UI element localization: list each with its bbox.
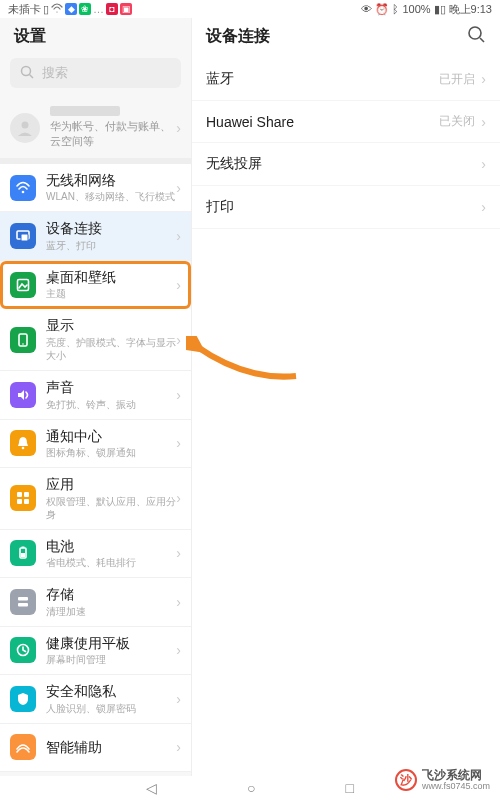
chevron-right-icon: › bbox=[176, 277, 181, 293]
chevron-right-icon: › bbox=[176, 435, 181, 451]
detail-item-2[interactable]: 无线投屏› bbox=[192, 143, 500, 186]
search-input[interactable]: 搜索 bbox=[10, 58, 181, 88]
sidebar-item-9[interactable]: 健康使用平板屏幕时间管理› bbox=[0, 627, 191, 676]
svg-point-3 bbox=[22, 190, 25, 193]
chevron-right-icon: › bbox=[481, 114, 486, 130]
sidebar-item-title: 安全和隐私 bbox=[46, 683, 176, 701]
sidebar-item-sub: 主题 bbox=[46, 287, 176, 300]
annotation-arrow bbox=[186, 336, 306, 390]
detail-item-label: 打印 bbox=[206, 198, 234, 216]
svg-rect-13 bbox=[24, 499, 29, 504]
sidebar-item-sub: WLAN、移动网络、飞行模式 bbox=[46, 190, 176, 203]
more-icon: … bbox=[93, 3, 104, 15]
sidebar-item-title: 桌面和壁纸 bbox=[46, 269, 176, 287]
search-icon[interactable] bbox=[466, 24, 486, 48]
chevron-right-icon: › bbox=[176, 691, 181, 707]
sidebar-item-title: 通知中心 bbox=[46, 428, 176, 446]
sidebar-item-3[interactable]: 显示亮度、护眼模式、字体与显示大小› bbox=[0, 309, 191, 371]
sidebar-item-5[interactable]: 通知中心图标角标、锁屏通知› bbox=[0, 420, 191, 469]
sidebar-item-sub: 省电模式、耗电排行 bbox=[46, 556, 176, 569]
svg-rect-5 bbox=[21, 234, 28, 241]
assist-icon bbox=[10, 734, 36, 760]
sidebar-item-sub: 图标角标、锁屏通知 bbox=[46, 446, 176, 459]
sidebar-item-title: 智能辅助 bbox=[46, 739, 176, 757]
sidebar-item-11[interactable]: 智能辅助› bbox=[0, 724, 191, 772]
wifi-icon bbox=[51, 3, 63, 15]
sidebar-item-8[interactable]: 存储清理加速› bbox=[0, 578, 191, 627]
display-icon bbox=[10, 327, 36, 353]
detail-item-0[interactable]: 蓝牙已开启› bbox=[192, 58, 500, 101]
svg-rect-15 bbox=[22, 547, 25, 549]
notify-icon bbox=[10, 430, 36, 456]
chevron-right-icon: › bbox=[176, 180, 181, 196]
nav-home-icon[interactable]: ○ bbox=[247, 780, 255, 796]
account-sub: 华为帐号、付款与账单、云空间等 bbox=[50, 119, 176, 150]
svg-point-9 bbox=[22, 447, 25, 450]
nav-back-icon[interactable]: ◁ bbox=[146, 780, 157, 796]
detail-title: 设备连接 bbox=[206, 26, 270, 47]
chevron-right-icon: › bbox=[176, 120, 181, 136]
chevron-right-icon: › bbox=[176, 228, 181, 244]
chevron-right-icon: › bbox=[481, 199, 486, 215]
detail-item-value: 已开启 bbox=[439, 71, 475, 88]
chevron-right-icon: › bbox=[176, 490, 181, 506]
sidebar-title: 设置 bbox=[0, 18, 191, 54]
sidebar-item-0[interactable]: 无线和网络WLAN、移动网络、飞行模式› bbox=[0, 164, 191, 213]
app-icon-1: ◘ bbox=[106, 3, 118, 15]
sidebar-item-title: 声音 bbox=[46, 379, 176, 397]
detail-item-label: 蓝牙 bbox=[206, 70, 234, 88]
health-icon bbox=[10, 637, 36, 663]
sidebar-item-sub: 人脸识别、锁屏密码 bbox=[46, 702, 176, 715]
apps-icon bbox=[10, 485, 36, 511]
sidebar-item-title: 存储 bbox=[46, 586, 176, 604]
sidebar-item-2[interactable]: 桌面和壁纸主题› bbox=[0, 261, 191, 310]
detail-item-label: 无线投屏 bbox=[206, 155, 262, 173]
wifi-icon bbox=[10, 175, 36, 201]
account-row[interactable]: 华为帐号、付款与账单、云空间等 › bbox=[0, 98, 191, 164]
sidebar-item-sub: 蓝牙、打印 bbox=[46, 239, 176, 252]
wechat-icon: ❀ bbox=[79, 3, 91, 15]
sidebar-item-1[interactable]: 设备连接蓝牙、打印› bbox=[0, 212, 191, 261]
chevron-right-icon: › bbox=[176, 545, 181, 561]
sidebar-item-10[interactable]: 安全和隐私人脸识别、锁屏密码› bbox=[0, 675, 191, 724]
chevron-right-icon: › bbox=[481, 156, 486, 172]
sidebar-item-title: 设备连接 bbox=[46, 220, 176, 238]
detail-pane: 设备连接 蓝牙已开启›Huawei Share已关闭›无线投屏›打印› bbox=[192, 18, 500, 776]
sidebar-item-title: 显示 bbox=[46, 317, 176, 335]
watermark-url: www.fs0745.com bbox=[422, 782, 490, 792]
app-badge-icon: ◆ bbox=[65, 3, 77, 15]
bluetooth-icon: ᛒ bbox=[392, 3, 399, 15]
account-name-redacted bbox=[50, 106, 120, 116]
wallpaper-icon bbox=[10, 272, 36, 298]
search-placeholder: 搜索 bbox=[42, 64, 68, 82]
sidebar-item-title: 无线和网络 bbox=[46, 172, 176, 190]
watermark: 沙 飞沙系统网 www.fs0745.com bbox=[391, 767, 494, 794]
detail-item-3[interactable]: 打印› bbox=[192, 186, 500, 229]
sidebar-item-6[interactable]: 应用权限管理、默认应用、应用分身› bbox=[0, 468, 191, 530]
chevron-right-icon: › bbox=[481, 71, 486, 87]
sidebar-menu: 无线和网络WLAN、移动网络、飞行模式›设备连接蓝牙、打印›桌面和壁纸主题›显示… bbox=[0, 164, 191, 776]
sidebar-item-sub: 权限管理、默认应用、应用分身 bbox=[46, 495, 176, 521]
battery-percent: 100% bbox=[402, 3, 430, 15]
sidebar-item-7[interactable]: 电池省电模式、耗电排行› bbox=[0, 530, 191, 579]
svg-point-8 bbox=[22, 343, 24, 345]
battery-icon bbox=[10, 540, 36, 566]
battery-icon: ▮▯ bbox=[434, 3, 446, 16]
sim-icon: ▯ bbox=[43, 3, 49, 16]
svg-point-0 bbox=[22, 66, 31, 75]
security-icon bbox=[10, 686, 36, 712]
svg-rect-11 bbox=[24, 492, 29, 497]
chevron-right-icon: › bbox=[176, 642, 181, 658]
svg-rect-17 bbox=[18, 597, 28, 601]
nav-recent-icon[interactable]: □ bbox=[346, 780, 354, 796]
status-left: 未插卡 ▯ ◆ ❀ … ◘ ▣ bbox=[8, 2, 132, 17]
detail-item-1[interactable]: Huawei Share已关闭› bbox=[192, 101, 500, 143]
sidebar-item-title: 健康使用平板 bbox=[46, 635, 176, 653]
chevron-right-icon: › bbox=[176, 739, 181, 755]
svg-rect-16 bbox=[21, 553, 25, 557]
chevron-right-icon: › bbox=[176, 594, 181, 610]
sidebar-item-sub: 屏幕时间管理 bbox=[46, 653, 176, 666]
svg-rect-18 bbox=[18, 603, 28, 607]
chevron-right-icon: › bbox=[176, 387, 181, 403]
sidebar-item-4[interactable]: 声音免打扰、铃声、振动› bbox=[0, 371, 191, 420]
